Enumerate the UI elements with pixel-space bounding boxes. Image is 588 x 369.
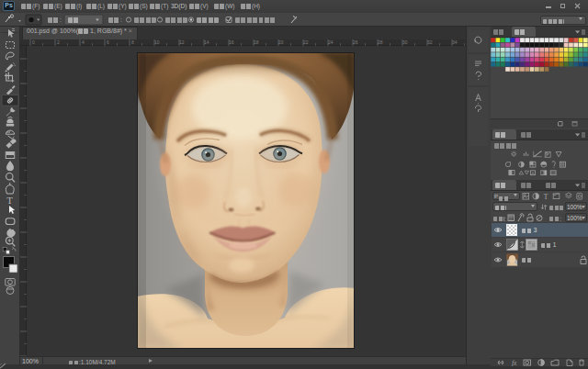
svg-text:34: 34 <box>452 39 458 45</box>
svg-text:10: 10 <box>154 39 160 45</box>
svg-text:22: 22 <box>303 39 309 45</box>
svg-text:2: 2 <box>57 39 60 45</box>
svg-text:T: T <box>6 195 13 206</box>
svg-text:14: 14 <box>204 39 209 45</box>
svg-text:28: 28 <box>378 39 383 45</box>
svg-text:12: 12 <box>179 39 185 45</box>
svg-text:0: 0 <box>32 39 35 45</box>
svg-text:26: 26 <box>353 39 358 45</box>
svg-text:30: 30 <box>402 39 408 45</box>
svg-text:16: 16 <box>229 39 234 45</box>
svg-text:8: 8 <box>131 39 134 45</box>
svg-text:6: 6 <box>107 39 109 45</box>
svg-text:32: 32 <box>427 39 433 45</box>
svg-text:20: 20 <box>278 39 284 45</box>
svg-text:4: 4 <box>82 39 85 45</box>
svg-text:24: 24 <box>328 39 334 45</box>
svg-text:18: 18 <box>254 39 259 45</box>
svg-text:T: T <box>544 193 548 201</box>
